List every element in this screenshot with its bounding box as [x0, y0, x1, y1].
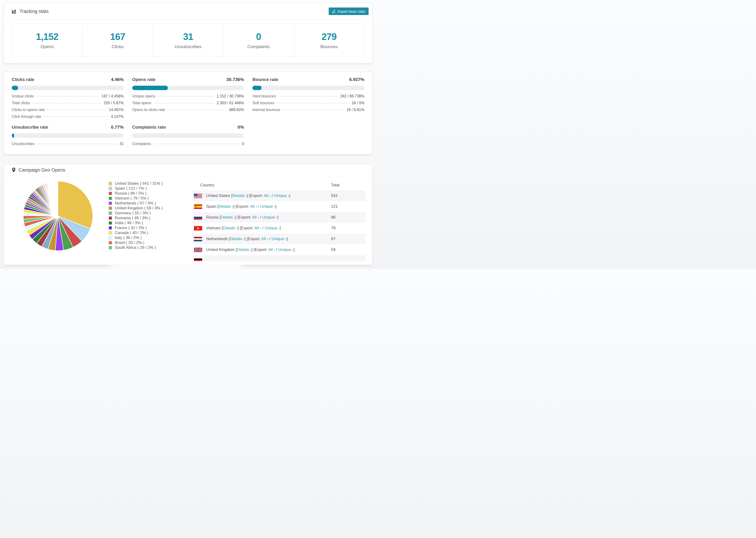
- details-link[interactable]: Details ›: [220, 215, 235, 219]
- rate-detail-row: Hard bounces 242 / 86.738%: [252, 94, 364, 101]
- export-all-link[interactable]: All ›: [264, 193, 271, 198]
- rate-detail-row: Internal bounces 19 / 6.81%: [252, 108, 364, 115]
- legend-item-12[interactable]: Brazil ( 33 / 2% ): [108, 240, 163, 245]
- legend-item-9[interactable]: France ( 42 / 2% ): [108, 225, 163, 230]
- flag-icon-vn: [194, 226, 202, 231]
- rates-grid: Clicks rate 4.46% Unique clicks 167 / 4.…: [4, 72, 372, 149]
- rate-detail-value: 2,303 / 61.446%: [217, 101, 244, 105]
- details-link[interactable]: Details ›: [219, 204, 233, 209]
- rate-detail-label: Clicks to opens rate: [12, 108, 45, 112]
- pie-legend: United States ( 541 / 31% ) Spain ( 121 …: [108, 181, 163, 250]
- legend-item-11[interactable]: Italy ( 36 / 2% ): [108, 235, 163, 240]
- table-row-russia: Russia [Details ›] [Export: All › / Uniq…: [193, 212, 365, 223]
- country-total: 121: [331, 204, 365, 209]
- dotted-leader: [32, 103, 101, 103]
- legend-item-3[interactable]: Vietnam ( 79 / 5% ): [108, 196, 163, 201]
- export-all-link[interactable]: All ›: [261, 237, 268, 241]
- export-unique-link[interactable]: Unique ›: [274, 193, 289, 198]
- legend-swatch: [108, 211, 112, 215]
- campaign-geo-opens-card: Campaign Geo Opens United States ( 541 /…: [4, 164, 372, 265]
- export-all-link[interactable]: All ›: [254, 226, 261, 230]
- dotted-leader: [37, 144, 117, 144]
- rate-detail-label: Unsubscribes: [12, 142, 34, 146]
- rate-block-complaints-rate: Complaints rate 0% Complaints 0: [132, 125, 244, 149]
- legend-item-0[interactable]: United States ( 541 / 31% ): [108, 181, 163, 186]
- geo-table-body: United States [Details ›] [Export: All ›…: [193, 190, 365, 261]
- details-link[interactable]: Details ›: [233, 193, 247, 198]
- export-unique-link[interactable]: Unique ›: [262, 215, 277, 219]
- flag-icon-gb: [194, 248, 202, 252]
- rate-value: 4.46%: [111, 77, 124, 82]
- legend-label: India ( 46 / 3% ): [115, 221, 143, 225]
- legend-item-1[interactable]: Spain ( 121 / 7% ): [108, 186, 163, 191]
- rate-detail-row: Soft bounces 18 / 0%: [252, 101, 364, 108]
- details-link[interactable]: Details ›: [223, 226, 238, 230]
- rates-card: Clicks rate 4.46% Unique clicks 167 / 4.…: [4, 72, 372, 154]
- legend-label: France ( 42 / 2% ): [115, 226, 147, 230]
- legend-item-2[interactable]: Russia ( 86 / 5% ): [108, 191, 163, 196]
- rate-progress-fill: [12, 133, 14, 138]
- rate-detail-label: Unique clicks: [12, 94, 34, 98]
- rate-block-unsubscribe-rate: Unsubscribe rate 0.77% Unsubscribes 31: [12, 125, 124, 149]
- rate-detail-row: Total clicks 220 / 5.87%: [12, 101, 124, 108]
- legend-item-6[interactable]: Germany ( 55 / 3% ): [108, 211, 163, 215]
- rate-progress-fill: [12, 86, 18, 90]
- rate-detail-row: Unsubscribes 31: [12, 142, 124, 149]
- legend-swatch: [108, 187, 112, 190]
- rate-value: 30.736%: [226, 77, 244, 82]
- export-all-link[interactable]: All ›: [252, 215, 259, 219]
- export-all-link[interactable]: All ›: [268, 247, 275, 252]
- legend-item-8[interactable]: India ( 46 / 3% ): [108, 220, 163, 225]
- rate-progress-fill: [132, 86, 168, 90]
- legend-label: Brazil ( 33 / 2% ): [115, 241, 144, 245]
- summary-label: Clicks: [112, 44, 124, 49]
- rate-detail-label: Hard bounces: [252, 94, 276, 98]
- rate-detail-row: Unique clicks 167 / 4.456%: [12, 94, 124, 101]
- dotted-leader: [36, 96, 99, 96]
- rate-progress-track: [132, 133, 244, 138]
- export-unique-link[interactable]: Unique ›: [265, 226, 280, 230]
- rate-detail-value: 1,152 / 30.736%: [217, 94, 244, 98]
- rate-progress-track: [132, 86, 244, 90]
- rate-detail-value: 31: [120, 142, 124, 146]
- flag-icon-de: [194, 258, 202, 261]
- summary-box-opens: 1,152 Opens: [12, 24, 82, 57]
- summary-label: Unsubscribes: [175, 44, 201, 49]
- export-unique-link[interactable]: Unique ›: [260, 204, 275, 209]
- flag-icon-us: [194, 194, 202, 198]
- country-total: 67: [331, 237, 365, 241]
- bar-chart-icon: [12, 9, 17, 14]
- geo-table: Country Total United States [Details ›] …: [193, 180, 365, 261]
- country-total: 79: [331, 226, 365, 231]
- legend-item-13[interactable]: South Africa ( 29 / 2% ): [108, 245, 163, 250]
- export-unique-link[interactable]: Unique ›: [279, 247, 294, 252]
- export-unique-link[interactable]: Unique ›: [272, 237, 287, 241]
- tracking-stats-card: Tracking stats Export basic stats 1,152 …: [4, 3, 372, 63]
- card-title: Tracking stats: [20, 9, 49, 14]
- rate-detail-label: Total opens: [132, 101, 151, 105]
- legend-item-5[interactable]: United Kingdom ( 59 / 3% ): [108, 206, 163, 211]
- legend-swatch: [108, 241, 112, 244]
- rate-detail-label: Total clicks: [12, 101, 30, 105]
- summary-row: 1,152 Opens167 Clicks31 Unsubscribes0 Co…: [12, 24, 364, 57]
- export-icon: [332, 10, 336, 13]
- column-header-total: Total: [331, 183, 365, 188]
- dotted-leader: [277, 103, 350, 103]
- rate-detail-label: Internal bounces: [252, 108, 280, 112]
- legend-item-7[interactable]: Romania ( 49 / 3% ): [108, 215, 163, 220]
- legend-item-10[interactable]: Canada ( 40 / 2% ): [108, 230, 163, 235]
- details-link[interactable]: Details ›: [230, 237, 244, 241]
- summary-label: Bounces: [320, 44, 338, 49]
- legend-label: Canada ( 40 / 2% ): [115, 231, 148, 235]
- rate-detail-value: 14.497%: [109, 108, 124, 112]
- rate-detail-label: Unique opens: [132, 94, 155, 98]
- rate-detail-label: Click through rate: [12, 115, 41, 119]
- dotted-leader: [47, 110, 107, 110]
- rate-detail-value: 4.147%: [111, 115, 124, 119]
- export-all-link[interactable]: All ›: [250, 204, 257, 209]
- details-link[interactable]: Details ›: [237, 247, 251, 252]
- export-basic-stats-button[interactable]: Export basic stats: [329, 8, 369, 15]
- rate-block-clicks-rate: Clicks rate 4.46% Unique clicks 167 / 4.…: [12, 77, 124, 121]
- legend-item-4[interactable]: Netherlands ( 67 / 4% ): [108, 201, 163, 206]
- rate-detail-label: Complaints: [132, 142, 151, 146]
